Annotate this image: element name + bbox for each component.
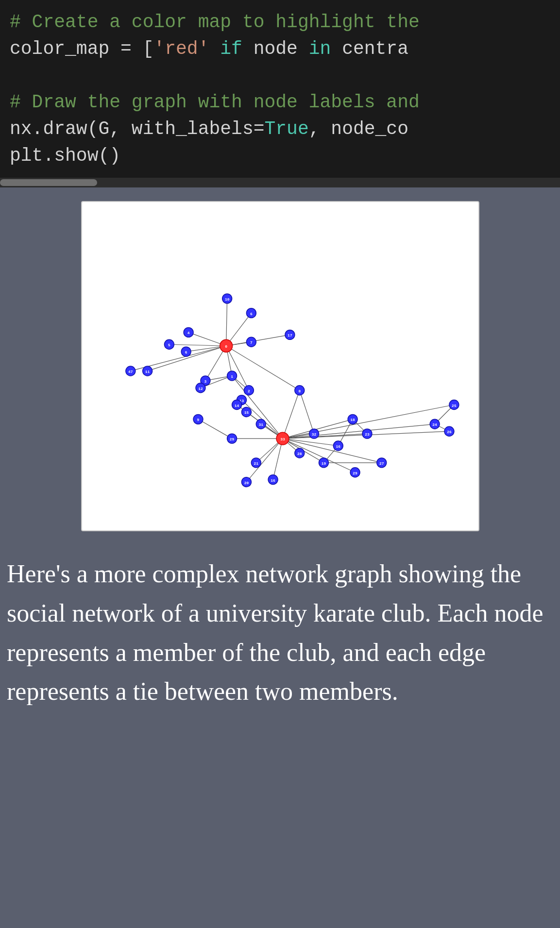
svg-line-44 (198, 420, 232, 439)
svg-text:5: 5 (168, 343, 170, 348)
description-section: Here's a more complex network graph show… (0, 540, 560, 726)
svg-text:14: 14 (234, 404, 239, 408)
svg-text:16: 16 (271, 478, 275, 483)
svg-text:8: 8 (298, 389, 301, 393)
code-line-4: nx.draw(G, with_labels=True, node_co (10, 116, 560, 142)
svg-line-11 (226, 299, 227, 346)
svg-text:28: 28 (297, 452, 302, 456)
scrollbar-thumb[interactable] (0, 179, 97, 186)
svg-text:6: 6 (250, 312, 252, 316)
svg-text:24: 24 (432, 423, 437, 427)
svg-text:23: 23 (365, 433, 370, 437)
svg-text:33: 33 (280, 438, 285, 442)
code-line-2: color_map = ['red' if node in centra (10, 35, 560, 62)
svg-line-36 (282, 390, 299, 439)
svg-text:4: 4 (187, 331, 189, 336)
horizontal-scrollbar[interactable] (0, 178, 560, 187)
svg-text:11: 11 (145, 370, 150, 374)
svg-text:16: 16 (336, 444, 340, 449)
svg-text:17: 17 (288, 334, 292, 338)
svg-text:19: 19 (321, 461, 326, 466)
svg-text:29: 29 (229, 438, 234, 442)
code-block: # Create a color map to highlight the co… (0, 0, 560, 178)
svg-text:27: 27 (379, 461, 384, 466)
svg-text:15: 15 (244, 411, 249, 415)
svg-text:10: 10 (224, 297, 229, 302)
svg-text:31: 31 (258, 423, 263, 427)
svg-text:2: 2 (247, 389, 250, 393)
svg-line-20 (282, 439, 355, 473)
svg-line-4 (169, 345, 226, 346)
svg-text:6: 6 (185, 351, 187, 355)
svg-text:12: 12 (198, 387, 203, 391)
svg-text:7: 7 (250, 341, 252, 345)
svg-line-12 (226, 346, 299, 390)
graph-svg: 10 6 17 7 4 47 5 6 11 3 1 12 2 (82, 202, 478, 530)
svg-text:0: 0 (225, 345, 227, 349)
svg-text:20: 20 (244, 481, 249, 485)
svg-text:26: 26 (447, 430, 452, 435)
svg-line-9 (226, 335, 289, 346)
graph-section: 10 6 17 7 4 47 5 6 11 3 1 12 2 (0, 187, 560, 540)
code-line-3: # Draw the graph with node labels and (10, 89, 560, 116)
svg-text:29: 29 (353, 471, 357, 475)
svg-text:18: 18 (350, 418, 355, 422)
svg-text:1: 1 (231, 374, 233, 379)
svg-text:47: 47 (128, 370, 133, 374)
svg-text:9: 9 (197, 418, 199, 422)
code-blank-line (10, 62, 560, 89)
network-graph: 10 6 17 7 4 47 5 6 11 3 1 12 2 (81, 201, 479, 531)
svg-text:3: 3 (204, 379, 206, 384)
code-line-1: # Create a color map to highlight the (10, 9, 560, 35)
svg-line-37 (299, 390, 314, 434)
code-line-5: plt.show() (10, 142, 560, 169)
svg-text:25: 25 (452, 404, 457, 408)
svg-text:32: 32 (311, 433, 316, 437)
svg-text:21: 21 (254, 461, 258, 466)
svg-line-16 (282, 424, 434, 439)
description-text: Here's a more complex network graph show… (5, 555, 555, 711)
